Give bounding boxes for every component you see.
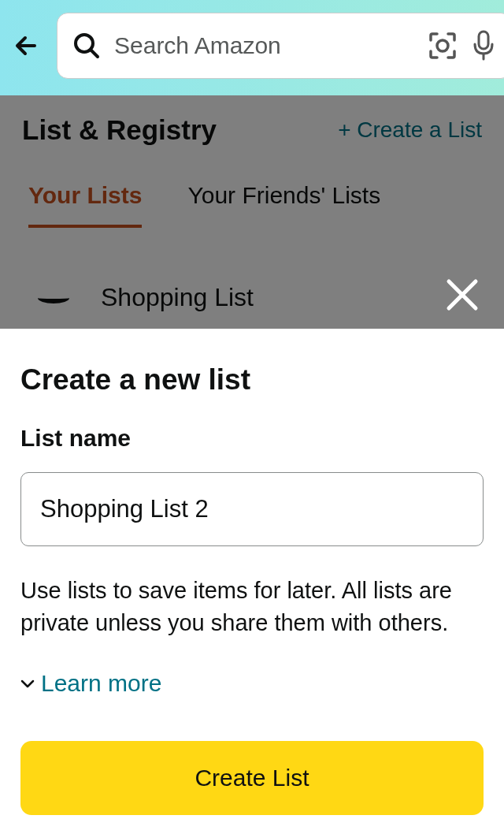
learn-more-text: Learn more xyxy=(41,670,161,697)
svg-point-2 xyxy=(437,40,448,51)
modal-title: Create a new list xyxy=(20,363,484,396)
app-header xyxy=(0,0,504,95)
list-name-label: List name xyxy=(20,425,484,452)
helper-text: Use lists to save items for later. All l… xyxy=(20,575,484,638)
back-button[interactable] xyxy=(11,30,43,61)
search-bar[interactable] xyxy=(57,13,504,79)
camera-scan-icon[interactable] xyxy=(428,31,458,61)
list-name-input[interactable] xyxy=(20,472,484,546)
chevron-down-icon xyxy=(20,678,35,689)
close-button[interactable] xyxy=(446,278,479,315)
content-area: List & Registry + Create a List Your Lis… xyxy=(0,95,504,819)
back-arrow-icon xyxy=(11,30,43,61)
create-list-button[interactable]: Create List xyxy=(20,741,484,815)
learn-more-link[interactable]: Learn more xyxy=(20,670,484,697)
search-input[interactable] xyxy=(114,32,413,59)
search-icon xyxy=(73,32,100,59)
svg-rect-3 xyxy=(479,32,488,49)
create-list-modal: Create a new list List name Use lists to… xyxy=(0,329,504,819)
svg-line-1 xyxy=(91,50,98,57)
modal-overlay[interactable] xyxy=(0,95,504,329)
close-icon xyxy=(446,278,479,311)
microphone-icon[interactable] xyxy=(472,30,495,61)
